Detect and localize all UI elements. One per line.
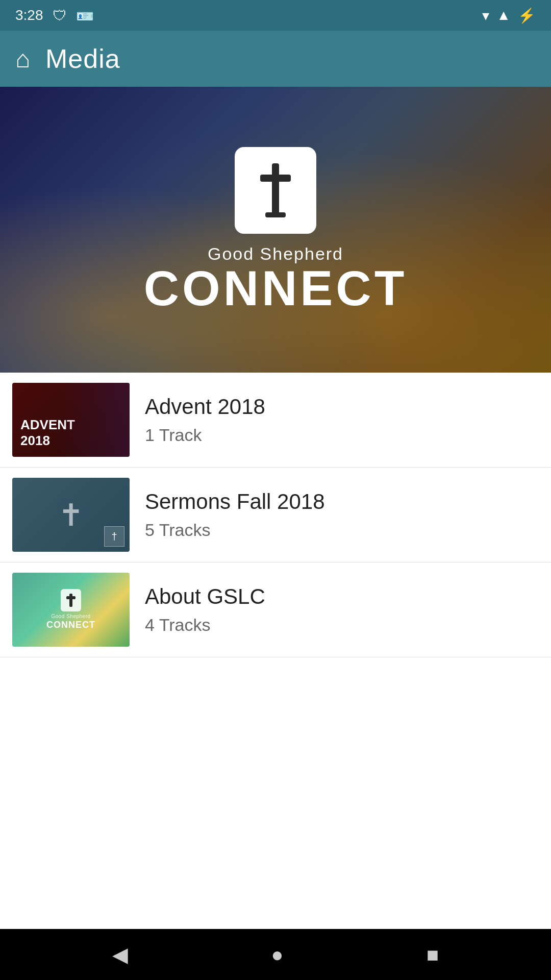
playlist-thumb-about: Good Shepherd CONNECT [12,573,130,647]
cross-vertical [272,163,279,214]
advent-thumb-overlay [59,383,130,457]
playlist-info-advent: Advent 2018 1 Track [130,395,265,445]
playlist-item-about[interactable]: Good Shepherd CONNECT About GSLC 4 Track… [0,562,551,657]
playlist-info-about: About GSLC 4 Tracks [130,584,265,635]
playlist-tracks-advent: 1 Track [145,425,265,445]
about-logo: Good Shepherd CONNECT [46,589,95,630]
app-header: ⌂ Media [0,31,551,87]
playlist-thumb-sermons: ✝ † [12,478,130,552]
playlist-item-sermons[interactable]: ✝ † Sermons Fall 2018 5 Tracks [0,468,551,562]
status-bar: 3:28 🛡 🪪 ▾ ▲ ⚡ [0,0,551,31]
sermons-cross-icon: ✝ [58,497,84,533]
back-button[interactable]: ◀ [112,943,128,966]
playlist-name-sermons: Sermons Fall 2018 [145,489,325,514]
home-icon[interactable]: ⌂ [15,45,30,73]
sermons-thumb-bg: ✝ † [12,478,130,552]
shield-icon: 🛡 [53,7,67,24]
playlist-tracks-sermons: 5 Tracks [145,520,325,540]
playlist-item-advent[interactable]: ADVENT 2018 Advent 2018 1 Track [0,373,551,468]
cross-logo [265,163,286,217]
playlist-info-sermons: Sermons Fall 2018 5 Tracks [130,489,325,540]
status-right: ▾ ▲ ⚡ [482,7,536,24]
about-mini-hbar [66,596,76,599]
playlist-name-about: About GSLC [145,584,265,609]
playlist-list: ADVENT 2018 Advent 2018 1 Track ✝ † Serm… [0,373,551,929]
battery-icon: ⚡ [518,7,536,24]
cross-horizontal [260,175,291,182]
playlist-name-advent: Advent 2018 [145,395,265,419]
recent-button[interactable]: ■ [427,943,439,966]
hero-logo-box [235,147,316,234]
status-time: 3:28 [15,7,43,23]
about-logo-box [61,589,81,611]
nav-bar: ◀ ● ■ [0,929,551,980]
sermons-badge: † [104,526,124,547]
sim-icon: 🪪 [76,7,94,24]
wifi-icon: ▾ [482,7,489,24]
about-connect-text: CONNECT [46,620,95,630]
home-button[interactable]: ● [271,943,283,966]
about-gs-text: Good Shepherd [51,614,90,620]
hero-banner: Good Shepherd CONNECT [0,87,551,373]
about-thumb-bg: Good Shepherd CONNECT [12,573,130,647]
about-mini-cross [69,594,72,607]
playlist-tracks-about: 4 Tracks [145,615,265,635]
signal-icon: ▲ [496,7,511,23]
hero-title: CONNECT [144,264,408,313]
page-title: Media [45,43,120,74]
status-left: 3:28 🛡 🪪 [15,7,94,24]
playlist-thumb-advent: ADVENT 2018 [12,383,130,457]
